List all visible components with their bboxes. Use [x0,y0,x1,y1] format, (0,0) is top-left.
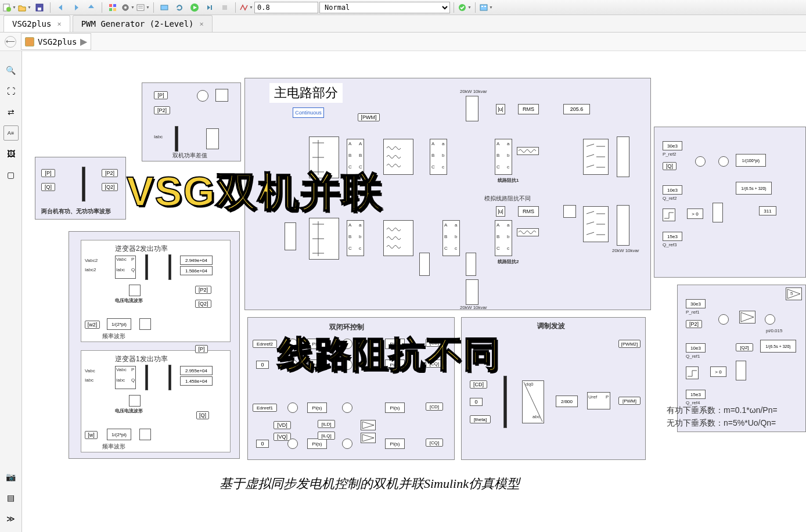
up-button[interactable] [84,1,98,14]
tag-ild[interactable]: [ILD] [318,420,335,428]
tag-q2[interactable]: [Q2] [102,183,118,191]
update-button[interactable] [172,1,186,14]
tab-vsg2plus[interactable]: VSG2plus ✕ [3,15,70,32]
tag-q[interactable]: [Q] [663,162,677,170]
tag-ednref2[interactable]: Ednref2 [253,340,277,348]
tag-ednref1[interactable]: Ednref1 [253,404,277,412]
inv1-panel[interactable]: 逆变器1发出功率 Vabc Iabc Vabc Iabc P Q 2.955e+… [81,350,231,452]
subsystem-diff[interactable]: [P] [P2] Iabc 双机功率差值 [142,82,241,161]
signal-button[interactable]: ▼ [239,1,253,14]
tag-p[interactable]: [P] [154,91,168,99]
back-button[interactable] [54,1,68,14]
library-button[interactable] [106,1,120,14]
subsystem-inv-meas[interactable]: 逆变器2发出功率 Vabc2 Iabc2 Vabc Iabc P Q 2.949… [69,231,240,459]
inv2-panel[interactable]: 逆变器2发出功率 Vabc2 Iabc2 Vabc Iabc P Q 2.949… [81,240,231,342]
cap-block-2b[interactable] [466,253,476,276]
scope[interactable] [139,318,151,330]
forward-button[interactable] [69,1,83,14]
scope-block[interactable] [215,89,228,102]
const-30e3[interactable]: 30e3 [686,299,706,308]
const-0[interactable]: 0 [256,361,269,369]
expand-icon[interactable]: ≫ [3,511,19,526]
pi-block[interactable]: PI(s) [307,438,327,449]
mux[interactable] [168,254,171,280]
sum[interactable] [718,156,729,167]
tag-pwm[interactable]: [PWM] [358,113,380,121]
abs-block-2[interactable]: |u| [496,206,505,217]
fit-icon[interactable]: ⛶ [3,84,19,99]
mux[interactable] [168,365,171,390]
mux[interactable] [145,254,148,280]
tf-block[interactable]: 1/(6.5s + 320) [736,182,772,195]
gain-block[interactable]: 2/800 [556,396,578,407]
new-button[interactable]: ▼ [2,1,16,14]
scope[interactable] [129,285,141,296]
gain-block[interactable]: 1/(100*pi) [736,154,766,167]
tag-q[interactable]: [Q] [41,183,55,191]
dc-source-2[interactable] [285,222,296,250]
scope[interactable] [129,395,141,407]
checks-button[interactable]: ▼ [458,1,472,14]
load-block[interactable] [617,136,629,177]
block-icon[interactable]: ▢ [3,167,19,182]
subsystem-scopes[interactable]: [P] [Q] [P2] [Q2] 两台机有功、无功功率波形 [35,157,126,220]
mux-block[interactable] [82,167,85,202]
step-block[interactable] [686,366,699,379]
arrows-icon[interactable]: ⇄ [3,105,19,120]
step-forward-button[interactable] [203,1,217,14]
dashboard-button[interactable]: ▼ [479,1,493,14]
const-15e3[interactable]: 15e3 [686,390,706,399]
sum[interactable] [287,402,298,413]
tag-p[interactable]: [P] [195,345,208,353]
tag-q2[interactable]: [Q2] [736,343,753,351]
stop-button[interactable] [218,1,232,14]
const-10e3[interactable]: 10e3 [686,343,706,353]
switch-block[interactable] [736,361,746,380]
rms-block[interactable]: RMS [518,104,539,114]
mux[interactable] [145,365,148,390]
tag-q2[interactable]: [Q2] [195,300,211,308]
tag-cq[interactable]: [CQ] [426,438,443,447]
tag-ivd[interactable]: [VD] [274,421,291,429]
image-icon[interactable]: 🖼 [3,146,19,161]
display-rms[interactable]: 205.6 [563,104,590,114]
sim-mode-select[interactable]: Normal [319,2,450,13]
tf-block[interactable]: 1/(6.5s + 320) [760,340,796,353]
sum[interactable] [718,314,729,325]
config-button[interactable]: ▼ [121,1,135,14]
tag-theta[interactable]: [theta] [470,415,491,423]
display-inv2-p[interactable]: 2.949e+04 [180,256,213,265]
step-block[interactable] [663,209,675,221]
const-30e3[interactable]: 30e3 [663,141,682,150]
zoom-in-icon[interactable]: 🔍 [3,63,19,78]
inductor-icon-2[interactable] [517,228,539,236]
inductor-icon[interactable] [517,147,539,155]
nav-back-icon[interactable]: ⟵ [5,36,16,48]
scope[interactable] [139,429,151,440]
tag-q[interactable]: [Q] [196,411,209,419]
switch-block[interactable] [713,203,723,222]
display-inv1-q[interactable]: 1.458e+04 [180,376,213,386]
gain-block[interactable]: 1/(2*pi) [107,429,131,440]
cap-block-2a[interactable] [419,253,430,276]
close-tab-icon[interactable]: ✕ [57,20,61,28]
model-canvas[interactable]: [P] [Q] [P2] [Q2] 两台机有功、无功功率波形 [P] [P2] … [22,51,806,532]
camera-icon[interactable]: 📷 [3,469,19,484]
gain-tri-5[interactable] [786,287,802,300]
const-311[interactable]: 311 [759,206,776,215]
tag-w[interactable]: [w] [85,431,98,439]
pi-block[interactable]: PI(s) [385,438,405,449]
gain-tri[interactable] [739,311,755,323]
breadcrumb-model[interactable]: VSG2plus [38,37,77,46]
trace-button[interactable] [157,1,171,14]
const-10e3[interactable]: 10e3 [663,185,682,195]
abs-block[interactable]: |u| [496,104,505,114]
tag-pwm[interactable]: [PWM] [618,397,641,405]
const-0[interactable]: 0 [256,440,269,448]
tag-p[interactable]: [P] [41,169,55,177]
stop-time-input[interactable] [254,2,318,13]
pi-block[interactable]: PI(s) [385,402,405,413]
tag-p2[interactable]: [P2] [154,106,170,114]
tag-w2[interactable]: [w2] [85,321,100,329]
const-15e3[interactable]: 15e3 [663,232,682,241]
